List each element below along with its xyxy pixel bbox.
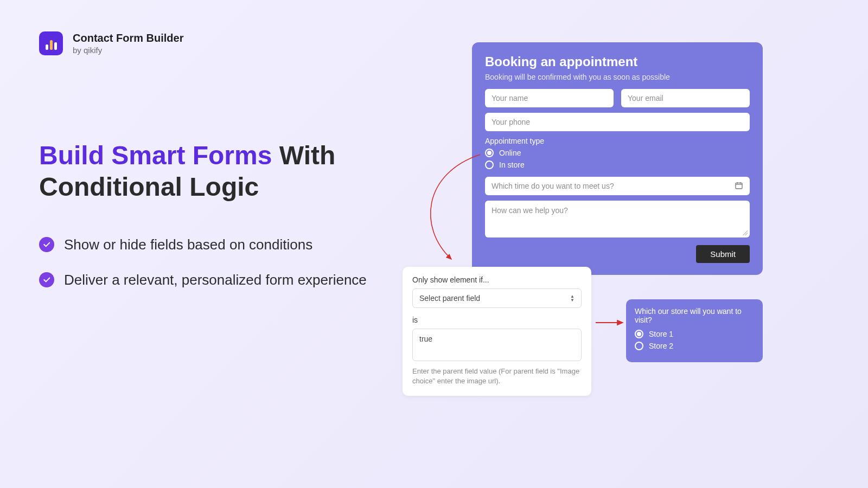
radio-option-store-1[interactable]: Store 1 xyxy=(635,330,754,338)
appointment-type-label: Appointment type xyxy=(485,137,750,145)
message-input[interactable]: How can we help you? xyxy=(485,201,750,237)
brand-byline: by qikify xyxy=(73,46,183,55)
bullet-item: Show or hide fields based on conditions xyxy=(39,235,386,254)
radio-icon xyxy=(635,342,643,350)
select-placeholder: Select parent field xyxy=(419,294,480,303)
time-placeholder: Which time do you want to meet us? xyxy=(492,182,614,190)
time-input[interactable]: Which time do you want to meet us? xyxy=(485,177,750,195)
brand-logo-icon xyxy=(39,31,63,55)
brand-header: Contact Form Builder by qikify xyxy=(39,31,183,55)
radio-option-online[interactable]: Online xyxy=(485,149,750,157)
radio-icon xyxy=(635,330,643,338)
submit-button[interactable]: Submit xyxy=(696,245,750,263)
brand-title: Contact Form Builder xyxy=(73,32,183,44)
condition-value-text: true xyxy=(419,335,432,343)
radio-label: In store xyxy=(499,160,525,169)
store-question: Which our store will you want to visit? xyxy=(635,307,754,324)
message-placeholder: How can we help you? xyxy=(492,206,568,215)
is-label: is xyxy=(412,316,582,324)
radio-icon xyxy=(485,160,494,169)
parent-field-select[interactable]: Select parent field ▲▼ xyxy=(412,288,582,308)
bullet-item: Deliver a relevant, personalized form ex… xyxy=(39,270,386,290)
bullet-text: Show or hide fields based on conditions xyxy=(64,235,312,254)
select-chevron-icon: ▲▼ xyxy=(570,295,575,302)
condition-heading: Only show element if... xyxy=(412,275,582,284)
radio-option-store-2[interactable]: Store 2 xyxy=(635,342,754,350)
bullet-text: Deliver a relevant, personalized form ex… xyxy=(64,270,367,290)
condition-hint: Enter the parent field value (For parent… xyxy=(412,367,582,386)
check-circle-icon xyxy=(39,272,54,287)
email-input[interactable]: Your email xyxy=(621,89,750,107)
calendar-icon xyxy=(735,181,743,191)
radio-icon xyxy=(485,149,494,157)
headline-accent: Build Smart Forms xyxy=(39,141,272,170)
store-choice-panel: Which our store will you want to visit? … xyxy=(626,299,763,362)
booking-form-panel: Booking an appointment Booking will be c… xyxy=(472,42,763,275)
phone-input[interactable]: Your phone xyxy=(485,113,750,131)
condition-value-input[interactable]: true xyxy=(412,329,582,361)
form-title: Booking an appointment xyxy=(485,54,750,69)
radio-label: Store 1 xyxy=(649,330,673,338)
name-input[interactable]: Your name xyxy=(485,89,614,107)
condition-config-card: Only show element if... Select parent fi… xyxy=(403,267,591,396)
check-circle-icon xyxy=(39,237,54,252)
radio-label: Store 2 xyxy=(649,342,673,350)
radio-option-in-store[interactable]: In store xyxy=(485,160,750,169)
form-subtitle: Booking will be confirmed with you as so… xyxy=(485,73,750,81)
svg-rect-0 xyxy=(736,183,742,189)
headline: Build Smart Forms With Conditional Logic xyxy=(39,140,386,202)
marketing-copy: Build Smart Forms With Conditional Logic… xyxy=(39,140,386,305)
radio-label: Online xyxy=(499,149,521,157)
